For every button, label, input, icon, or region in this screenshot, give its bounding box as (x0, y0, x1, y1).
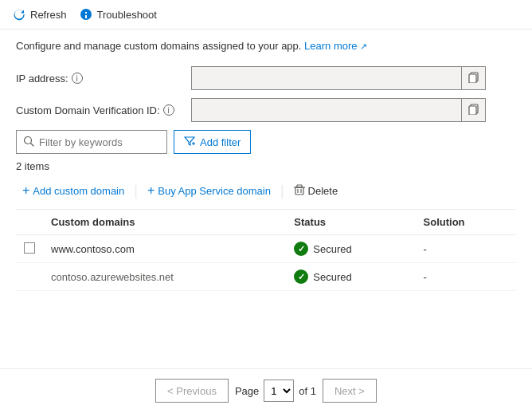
row1-status-cell: ✓ Secured (286, 235, 415, 263)
custom-domains-col-header: Custom domains (43, 210, 286, 235)
verification-id-input-wrap (191, 98, 486, 122)
delete-button[interactable]: Delete (288, 181, 345, 201)
items-count: 2 items (16, 160, 516, 172)
table-row: www.contoso.com ✓ Secured - (16, 235, 516, 263)
copy-icon (468, 72, 479, 85)
learn-more-link[interactable]: Learn more ↗ (304, 40, 367, 52)
separator-1: | (134, 183, 138, 199)
row1-status-badge: ✓ Secured (294, 242, 407, 256)
row1-status-icon: ✓ (294, 242, 308, 256)
table-body: www.contoso.com ✓ Secured - (16, 235, 516, 291)
checkbox-header (16, 210, 43, 235)
verification-id-input[interactable] (192, 104, 461, 116)
previous-label: < Previous (167, 385, 217, 397)
verification-id-copy-button[interactable] (461, 98, 485, 122)
status-col-header: Status (286, 210, 415, 235)
row2-solution-cell: - (416, 263, 516, 291)
main-area: Configure and manage custom domains assi… (0, 30, 532, 412)
svg-rect-3 (469, 106, 476, 115)
filter-row: Add filter (16, 130, 516, 154)
ip-address-copy-button[interactable] (461, 66, 485, 90)
ip-address-label: IP address: i (16, 73, 191, 85)
separator-2: | (280, 183, 284, 199)
search-icon (23, 136, 34, 149)
table-header: Custom domains Status Solution (16, 210, 516, 235)
ip-address-row: IP address: i (16, 66, 516, 90)
add-filter-button[interactable]: Add filter (174, 130, 251, 154)
content-area: Configure and manage custom domains assi… (0, 30, 532, 301)
row1-status-label: Secured (313, 243, 351, 255)
domains-table-wrap: Custom domains Status Solution (16, 210, 516, 291)
refresh-icon (13, 8, 25, 21)
toolbar: Refresh Troubleshoot (0, 0, 532, 30)
row1-solution: - (424, 243, 427, 255)
add-domain-plus-icon: + (22, 183, 29, 198)
row2-domain: contoso.azurewebsites.net (51, 271, 174, 283)
ip-address-input[interactable] (192, 73, 461, 85)
of-label: of 1 (299, 385, 316, 397)
refresh-label: Refresh (30, 9, 67, 21)
add-filter-label: Add filter (200, 136, 241, 148)
page-select[interactable]: 1 (264, 380, 294, 402)
next-button[interactable]: Next > (323, 379, 377, 403)
troubleshoot-icon (80, 8, 92, 21)
previous-button[interactable]: < Previous (155, 379, 229, 403)
buy-domain-plus-icon: + (147, 183, 155, 198)
delete-label: Delete (308, 185, 338, 197)
ip-address-info-icon[interactable]: i (72, 73, 83, 84)
filter-icon (184, 136, 195, 149)
svg-rect-1 (469, 74, 476, 83)
ip-address-input-wrap (191, 66, 486, 90)
row1-checkbox[interactable] (24, 242, 35, 254)
page-label: Page (235, 385, 259, 397)
row2-status-label: Secured (313, 271, 351, 283)
filter-input-wrap (16, 130, 167, 154)
delete-icon (294, 184, 305, 198)
row1-checkbox-cell (16, 235, 43, 263)
verification-id-row: Custom Domain Verification ID: i (16, 98, 516, 122)
table-header-row: Custom domains Status Solution (16, 210, 516, 235)
actions-row: + Add custom domain | + Buy App Service … (16, 180, 516, 210)
pagination: < Previous Page 1 of 1 Next > (0, 368, 532, 412)
troubleshoot-button[interactable]: Troubleshoot (80, 5, 157, 24)
solution-col-header: Solution (416, 210, 516, 235)
row2-status-icon: ✓ (294, 269, 308, 284)
page-select-wrap: Page 1 of 1 (235, 380, 316, 402)
external-link-icon: ↗ (360, 41, 367, 51)
verification-id-label: Custom Domain Verification ID: i (16, 104, 191, 116)
row2-solution: - (424, 271, 427, 283)
info-description: Configure and manage custom domains assi… (16, 39, 516, 53)
troubleshoot-label: Troubleshoot (97, 9, 157, 21)
verification-id-info-icon[interactable]: i (163, 104, 174, 116)
row2-domain-cell: contoso.azurewebsites.net (43, 263, 286, 291)
filter-input[interactable] (39, 136, 160, 148)
add-custom-domain-button[interactable]: + Add custom domain (16, 180, 131, 201)
buy-domain-button[interactable]: + Buy App Service domain (141, 180, 277, 201)
row1-domain: www.contoso.com (51, 243, 135, 255)
svg-rect-8 (295, 187, 303, 195)
table-row: contoso.azurewebsites.net ✓ Secured - (16, 263, 516, 291)
domains-table: Custom domains Status Solution (16, 210, 516, 291)
svg-line-5 (31, 143, 34, 146)
row2-status-cell: ✓ Secured (286, 263, 415, 291)
copy-icon-2 (468, 104, 479, 117)
refresh-button[interactable]: Refresh (13, 5, 67, 24)
row2-status-badge: ✓ Secured (294, 269, 407, 284)
row1-solution-cell: - (416, 235, 516, 263)
add-domain-label: Add custom domain (33, 185, 124, 197)
svg-rect-12 (297, 185, 302, 187)
row2-checkbox-cell (16, 263, 43, 291)
buy-domain-label: Buy App Service domain (158, 185, 271, 197)
next-label: Next > (334, 385, 365, 397)
row1-domain-cell: www.contoso.com (43, 235, 286, 263)
